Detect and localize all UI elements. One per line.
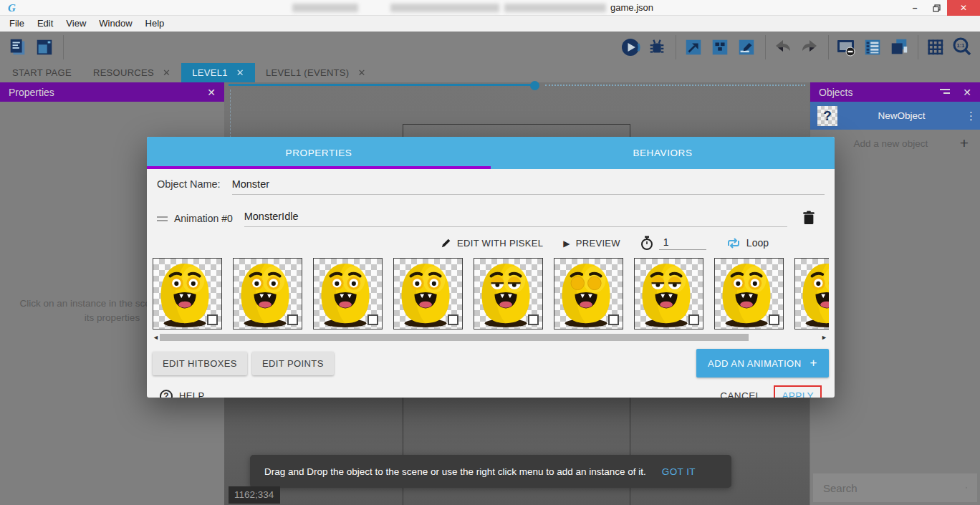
undo-icon[interactable] — [772, 37, 794, 58]
animation-frame[interactable] — [714, 258, 784, 330]
search-input[interactable] — [823, 482, 966, 494]
toolbar-separator — [828, 35, 829, 59]
zoom-1-1-icon[interactable]: 1:1 — [951, 37, 973, 58]
apply-button[interactable]: APPLY — [774, 385, 822, 398]
publish-icon[interactable] — [709, 37, 731, 58]
frame-checkbox[interactable] — [287, 314, 298, 325]
toolbar-separator — [676, 35, 676, 59]
object-name-row: Object Name: Monster — [157, 178, 825, 199]
menubar: File Edit View Window Help — [0, 16, 980, 32]
minimize-button[interactable] — [904, 0, 926, 16]
edit-with-piskel-button[interactable]: EDIT WITH PISKEL — [441, 238, 543, 249]
monster-sprite — [795, 259, 829, 329]
debug-icon[interactable] — [646, 37, 668, 58]
menu-file[interactable]: File — [3, 16, 31, 32]
animation-frame[interactable] — [393, 258, 463, 330]
object-name: NewObject — [837, 110, 966, 121]
object-thumbnail: ? — [817, 106, 837, 126]
grid-icon[interactable] — [925, 37, 946, 58]
animation-frame[interactable] — [794, 258, 829, 330]
redo-icon[interactable] — [799, 37, 820, 58]
frame-checkbox[interactable] — [608, 314, 619, 325]
tab-level1-events[interactable]: LEVEL1 (EVENTS) — [255, 63, 377, 82]
selection-top-line — [229, 84, 535, 86]
plus-icon — [810, 356, 817, 370]
loop-icon — [726, 237, 741, 249]
tab-close-icon[interactable] — [163, 67, 170, 78]
tab-close-icon[interactable] — [236, 67, 244, 78]
time-between-frames-field[interactable]: 1 — [659, 236, 706, 250]
delete-animation-icon[interactable] — [802, 209, 816, 229]
selection-dotted-line — [545, 85, 805, 86]
add-object-row[interactable]: Add a new object — [810, 130, 980, 157]
objects-list-icon[interactable] — [862, 37, 883, 58]
tab-behaviors[interactable]: BEHAVIORS — [491, 137, 835, 169]
toolbar-separator — [918, 35, 918, 59]
hint-tooltip: Drag and Drop the object to the scene or… — [250, 455, 731, 488]
scroll-right-icon[interactable] — [821, 333, 827, 342]
frame-checkbox[interactable] — [368, 314, 378, 325]
toggle-mask-icon[interactable] — [835, 37, 857, 58]
close-button[interactable] — [947, 0, 980, 16]
object-menu-icon[interactable] — [966, 110, 973, 122]
restore-icon — [933, 4, 941, 12]
tab-level1[interactable]: LEVEL1 — [181, 63, 255, 82]
edit-scene-properties-icon[interactable] — [736, 37, 757, 58]
edit-points-button[interactable]: EDIT POINTS — [252, 352, 334, 375]
cancel-button[interactable]: CANCEL — [720, 390, 761, 398]
scrollbar-thumb[interactable] — [160, 334, 749, 341]
animation-frame[interactable] — [474, 258, 543, 330]
drag-handle-icon[interactable] — [157, 216, 168, 221]
frame-checkbox[interactable] — [769, 314, 779, 325]
animation-frame[interactable] — [313, 258, 383, 330]
time-between-frames: 1 — [640, 236, 706, 251]
add-animation-button[interactable]: ADD AN ANIMATION — [696, 349, 829, 377]
scroll-left-icon[interactable] — [153, 333, 159, 342]
animation-name-field[interactable]: MonsterIdle — [244, 211, 787, 227]
project-manager-icon[interactable] — [7, 37, 29, 58]
object-name-field[interactable]: Monster — [232, 178, 825, 195]
frame-checkbox[interactable] — [528, 314, 539, 325]
animation-frames — [153, 258, 829, 331]
redacted-title-text — [390, 4, 499, 12]
panel-close-icon[interactable] — [207, 87, 216, 98]
tab-label: LEVEL1 — [192, 67, 228, 78]
redacted-title-text — [504, 4, 606, 12]
export-icon[interactable] — [683, 37, 704, 58]
menu-edit[interactable]: Edit — [31, 16, 59, 32]
filter-icon[interactable] — [938, 87, 951, 98]
titlebar: G game.json — [0, 0, 980, 16]
animation-frame[interactable] — [554, 258, 623, 330]
help-button[interactable]: HELP — [160, 390, 205, 398]
restore-button[interactable] — [926, 0, 947, 16]
layers-icon[interactable] — [888, 37, 910, 58]
frame-checkbox[interactable] — [448, 314, 458, 325]
got-it-button[interactable]: GOT IT — [662, 466, 696, 477]
menu-help[interactable]: Help — [139, 16, 171, 32]
panel-close-icon[interactable] — [963, 87, 971, 98]
tab-start-page[interactable]: START PAGE — [1, 63, 82, 82]
add-object-icon[interactable] — [960, 135, 969, 152]
object-name-label: Object Name: — [157, 178, 221, 190]
menu-window[interactable]: Window — [92, 16, 138, 32]
play-icon[interactable] — [620, 37, 641, 58]
tab-properties[interactable]: PROPERTIES — [147, 137, 491, 169]
loop-toggle[interactable]: Loop — [726, 237, 769, 249]
animation-frame[interactable] — [153, 258, 222, 330]
tab-resources[interactable]: RESOURCES — [82, 63, 181, 82]
tab-close-icon[interactable] — [357, 67, 365, 78]
selection-handle[interactable] — [530, 81, 539, 90]
frame-checkbox[interactable] — [207, 314, 218, 325]
window-title: game.json — [610, 2, 653, 13]
object-list-item-selected[interactable]: ? NewObject — [810, 102, 980, 130]
edit-hitboxes-button[interactable]: EDIT HITBOXES — [153, 352, 247, 375]
animation-row: Animation #0 MonsterIdle — [157, 208, 825, 229]
menu-view[interactable]: View — [59, 16, 92, 32]
redacted-title-text — [292, 4, 358, 12]
animation-frame[interactable] — [233, 258, 302, 330]
toolbar-separator — [63, 35, 64, 59]
preview-button[interactable]: PREVIEW — [563, 238, 620, 249]
animation-frame[interactable] — [634, 258, 703, 330]
start-scene-icon[interactable] — [34, 37, 55, 58]
frame-checkbox[interactable] — [688, 314, 699, 325]
